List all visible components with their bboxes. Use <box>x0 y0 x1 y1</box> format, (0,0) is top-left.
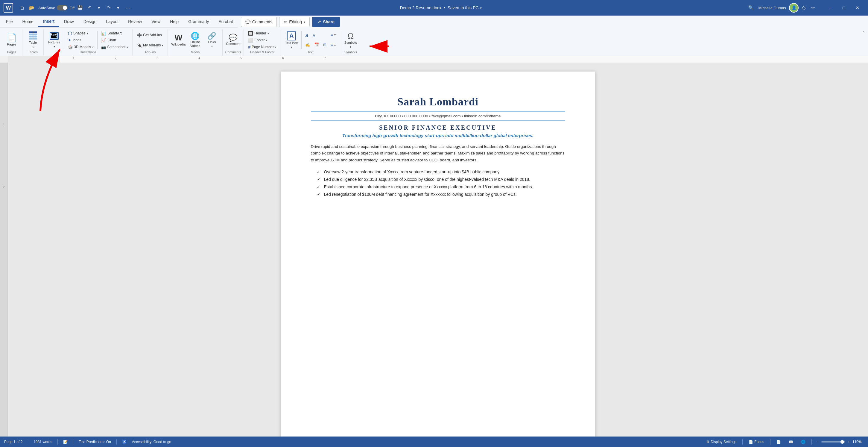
status-sep-3 <box>73 439 73 445</box>
read-mode-icon: 📖 <box>789 440 793 444</box>
tab-help[interactable]: Help <box>165 16 183 27</box>
minimize-button[interactable]: ─ <box>823 3 837 12</box>
save-button[interactable]: 💾 <box>76 4 84 12</box>
tab-insert[interactable]: Insert <box>38 16 59 27</box>
icons-icon: ✦ <box>68 38 71 42</box>
editing-label: Editing <box>289 20 302 24</box>
online-videos-button[interactable]: 🌐 Online Videos <box>187 30 203 50</box>
status-bar: Page 1 of 2 1081 words 📝 Text Prediction… <box>0 437 868 447</box>
focus-button[interactable]: 📄 Focus <box>747 439 766 445</box>
text-stack2: ≡ ▾ ≡ ▾ <box>329 30 338 50</box>
zoom-slider[interactable] <box>821 441 845 443</box>
web-layout-button[interactable]: 🌐 <box>799 439 807 445</box>
tab-review[interactable]: Review <box>123 16 147 27</box>
share-button[interactable]: ↗ Share <box>312 17 340 27</box>
user-avatar[interactable]: 👤 <box>789 3 799 12</box>
tab-grammarly[interactable]: Grammarly <box>183 16 214 27</box>
ribbon: File Home Insert Draw Design Layout Revi… <box>0 16 868 56</box>
get-addins-button[interactable]: ➕ Get Add-ins <box>135 32 165 38</box>
icons-button[interactable]: ✦ Icons <box>66 37 95 43</box>
dropcap-button[interactable]: A <box>311 32 317 39</box>
pages-button[interactable]: 📄 Pages <box>4 30 20 50</box>
wordart-icon: A <box>305 33 308 38</box>
signature-button[interactable]: ✍ <box>303 41 312 48</box>
share-label: Share <box>323 20 335 24</box>
footer-icon: ⬜ <box>248 38 253 42</box>
document-area[interactable]: Sarah Lombardi City, XX 00000 ▪ 000.000.… <box>8 63 868 437</box>
chart-button[interactable]: 📈 Chart <box>99 37 130 43</box>
redo-button[interactable]: ↷ <box>104 4 113 12</box>
chart-label: Chart <box>107 38 116 42</box>
read-mode-button[interactable]: 📖 <box>787 439 795 445</box>
table-button[interactable]: Table ▾ <box>25 30 41 50</box>
contact-line: City, XX 00000 ▪ 000.000.0000 ▪ fake@gma… <box>311 111 565 121</box>
footer-button[interactable]: ⬜ Footer ▾ <box>246 37 278 43</box>
shapes-button[interactable]: ⬡ Shapes ▾ <box>66 30 95 36</box>
tab-file[interactable]: File <box>1 16 18 27</box>
zoom-thumb[interactable] <box>840 440 844 444</box>
page-number-button[interactable]: # Page Number ▾ <box>246 44 278 50</box>
textbox-icon: A <box>287 31 296 40</box>
addins-items: ➕ Get Add-ins 🔌 My Add-ins ▾ <box>135 29 165 51</box>
dropcap-icon: A <box>312 33 315 38</box>
filename: Demo 2 Resume.docx <box>400 5 441 10</box>
margin-num-1: 1 <box>3 122 5 126</box>
pen-icon[interactable]: ✏ <box>809 4 817 12</box>
maximize-button[interactable]: □ <box>837 3 850 12</box>
signature-icon: ✍ <box>305 42 310 47</box>
get-addins-label: Get Add-ins <box>143 33 162 37</box>
undo-dropdown[interactable]: ▾ <box>95 4 103 12</box>
editing-dropdown-arrow: ▾ <box>304 20 305 24</box>
get-addins-icon: ➕ <box>137 33 142 37</box>
customize-qa[interactable]: ⋯ <box>124 4 132 12</box>
screenshot-button[interactable]: 📷 Screenshot ▾ <box>99 44 130 50</box>
object-icon: ⊞ <box>323 42 327 47</box>
wordart-button[interactable]: A <box>303 32 310 39</box>
comments-label: Comments <box>252 20 273 24</box>
print-layout-button[interactable]: 📄 <box>775 439 783 445</box>
tab-layout[interactable]: Layout <box>101 16 123 27</box>
display-settings-button[interactable]: 🖥 Display Settings <box>704 439 738 445</box>
header-button[interactable]: 🔲 Header ▾ <box>246 30 278 36</box>
new-file-button[interactable]: 🗋 <box>18 4 26 12</box>
collapse-ribbon[interactable]: ⌃ <box>862 29 867 35</box>
tab-draw[interactable]: Draw <box>59 16 79 27</box>
tab-home[interactable]: Home <box>18 16 38 27</box>
object-button[interactable]: ⊞ <box>321 41 328 48</box>
status-right: 🖥 Display Settings 📄 Focus 📄 📖 🌐 － ＋ 110… <box>704 439 864 445</box>
redo-dropdown[interactable]: ▾ <box>114 4 122 12</box>
undo-button[interactable]: ↶ <box>85 4 94 12</box>
smartart-button[interactable]: 📊 SmartArt <box>99 30 130 36</box>
more-text-btn1[interactable]: ≡ ▾ <box>329 32 338 38</box>
doc-title: SENIOR FINANCE EXECUTIVE <box>379 124 497 131</box>
media-group-label: Media <box>168 50 222 54</box>
tab-design[interactable]: Design <box>79 16 101 27</box>
tab-acrobat[interactable]: Acrobat <box>214 16 238 27</box>
close-button[interactable]: ✕ <box>850 3 864 12</box>
pictures-button[interactable]: 🖼 Pictures ▾ <box>46 30 62 50</box>
ruler-mark-6: 6 <box>282 57 284 60</box>
wikipedia-button[interactable]: W Wikipedia <box>170 30 186 50</box>
3dmodels-button[interactable]: 🎲 3D Models ▾ <box>66 44 95 50</box>
links-button[interactable]: 🔗 Links ▾ <box>204 30 220 50</box>
pictures-label: Pictures <box>48 40 60 44</box>
links-icon: 🔗 <box>207 32 216 39</box>
pages-items: 📄 Pages <box>4 29 20 51</box>
open-file-button[interactable]: 📂 <box>28 4 36 12</box>
doc-bullets: Oversaw 2-year transformation of Xxxxx f… <box>317 168 565 199</box>
textbox-button[interactable]: A Text Box ▾ <box>283 30 300 50</box>
comments-button[interactable]: 💬 Comments <box>241 17 277 27</box>
datetime-button[interactable]: 📅 <box>312 41 321 48</box>
text-items: A Text Box ▾ A A <box>283 29 338 51</box>
autosave-toggle[interactable] <box>57 5 68 10</box>
more-text-btn2[interactable]: ≡ ▾ <box>329 42 338 49</box>
tab-view[interactable]: View <box>147 16 165 27</box>
ruler-mark-4: 4 <box>198 57 200 60</box>
search-button[interactable]: 🔍 <box>747 4 755 12</box>
zoom-in-button[interactable]: ＋ <box>847 440 850 445</box>
comment-button[interactable]: 💬 Comment <box>225 30 241 50</box>
zoom-out-button[interactable]: － <box>816 440 819 445</box>
symbols-button[interactable]: Ω Symbols ▾ <box>343 30 359 50</box>
editing-button[interactable]: ✏ Editing ▾ <box>279 17 310 27</box>
my-addins-button[interactable]: 🔌 My Add-ins ▾ <box>135 42 165 49</box>
